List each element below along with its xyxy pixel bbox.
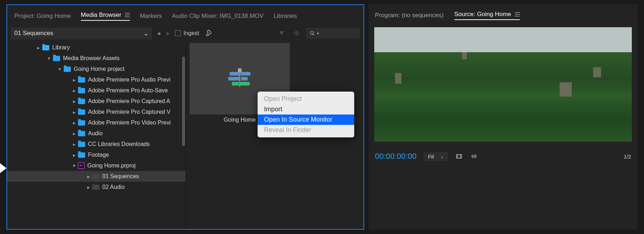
- media-browser-content: Library Media Browser Assets Going Home …: [7, 42, 364, 229]
- svg-rect-3: [457, 155, 462, 159]
- tree-item-video-previews[interactable]: Adobe Premiere Pro Video Previ: [7, 117, 186, 128]
- chevron-down-icon: ⌄: [143, 30, 148, 37]
- expand-arrow-icon[interactable]: [72, 142, 77, 146]
- search-input[interactable]: ▾: [306, 28, 360, 39]
- filter-icon[interactable]: [276, 30, 287, 36]
- playhead-timecode[interactable]: 00:00:00:00: [375, 152, 416, 161]
- tab-source-label: Source: Going Home: [454, 11, 511, 18]
- expand-arrow-icon[interactable]: [72, 164, 77, 168]
- expand-arrow-icon[interactable]: [86, 174, 91, 179]
- tab-media-browser-label: Media Browser: [81, 11, 121, 19]
- tree-item-label: Adobe Premiere Pro Audio Previ: [88, 77, 170, 83]
- tree-item-label: Media Browser Assets: [63, 55, 119, 62]
- folder-icon: [53, 56, 60, 61]
- tree-item-audio-folder[interactable]: Audio: [7, 128, 186, 139]
- left-tab-strip: Project: Going Home Media Browser Marker…: [7, 5, 364, 24]
- nav-back-icon[interactable]: ◂: [156, 29, 162, 37]
- ctx-import[interactable]: Import: [258, 104, 354, 114]
- folder-icon: [78, 131, 85, 136]
- tree-item-label: Going Home.prproj: [87, 162, 136, 169]
- folder-icon: [78, 99, 85, 104]
- tree-item-01-sequences[interactable]: 01 Sequences: [7, 171, 186, 182]
- folder-icon: [78, 152, 85, 158]
- folder-icon: [78, 88, 85, 93]
- sequence-icon: [228, 70, 251, 88]
- tab-markers[interactable]: Markers: [140, 13, 162, 20]
- zoom-fit-value: Fit: [428, 153, 434, 160]
- preview-content: [593, 67, 601, 77]
- folder-icon: [78, 142, 85, 147]
- tree-item-captured-audio[interactable]: Adobe Premiere Pro Captured A: [7, 96, 186, 107]
- expand-arrow-icon[interactable]: [47, 56, 52, 60]
- tab-audio-clip-mixer[interactable]: Audio Clip Mixer: IMG_0138.MOV: [172, 13, 264, 20]
- tree-item-label: Adobe Premiere Pro Video Previ: [88, 120, 171, 126]
- tab-program-monitor[interactable]: Program: (no sequences): [375, 12, 444, 19]
- expand-arrow-icon[interactable]: [57, 67, 62, 71]
- panel-menu-icon[interactable]: [515, 12, 520, 16]
- tab-project[interactable]: Project: Going Home: [14, 13, 71, 20]
- tree-item-label: 01 Sequences: [102, 173, 139, 180]
- svg-line-2: [313, 34, 314, 35]
- path-dropdown[interactable]: 01 Sequences ⌄: [11, 28, 152, 39]
- tree-item-label: Adobe Premiere Pro Auto-Save: [88, 87, 168, 94]
- tree-item-label: Audio: [88, 130, 103, 137]
- clip-view-icon[interactable]: [455, 153, 463, 160]
- nav-forward-icon[interactable]: ▸: [165, 29, 171, 37]
- ctx-open-in-source-monitor[interactable]: Open In Source Monitor: [258, 114, 354, 125]
- page-indicator[interactable]: 1/2: [624, 153, 631, 160]
- ingest-label: Ingest: [184, 30, 199, 36]
- context-menu: Open Project Import Open In Source Monit…: [258, 92, 354, 137]
- tree-item-cc-libraries[interactable]: CC Libraries Downloads: [7, 139, 186, 150]
- tree-item-label: Adobe Premiere Pro Captured V: [88, 109, 170, 115]
- tab-libraries[interactable]: Libraries: [274, 13, 297, 20]
- preview-content: [560, 82, 572, 97]
- tree-item-label: Going Home project: [74, 66, 125, 72]
- monitor-panel-group: Program: (no sequences) Source: Going Ho…: [369, 4, 638, 230]
- expand-arrow-icon[interactable]: [72, 110, 77, 114]
- panel-indicator-triangle: [0, 163, 6, 173]
- folder-icon: [64, 67, 71, 72]
- expand-arrow-icon[interactable]: [36, 45, 41, 50]
- folder-tree-pane: Library Media Browser Assets Going Home …: [7, 42, 186, 229]
- tree-item-auto-save[interactable]: Adobe Premiere Pro Auto-Save: [7, 85, 186, 96]
- tree-item-label: 02 Audio: [102, 184, 125, 190]
- zoom-fit-dropdown[interactable]: Fit ⌄: [424, 152, 448, 161]
- folder-icon: [78, 120, 85, 126]
- tree-item-media-browser-assets[interactable]: Media Browser Assets: [7, 53, 186, 64]
- bin-icon: [92, 185, 99, 190]
- tree-item-captured-video[interactable]: Adobe Premiere Pro Captured V: [7, 107, 186, 117]
- expand-arrow-icon[interactable]: [72, 78, 77, 82]
- tree-item-library[interactable]: Library: [7, 42, 186, 53]
- tree-item-audio-previews[interactable]: Adobe Premiere Pro Audio Previ: [7, 74, 186, 85]
- tree-scrollbar[interactable]: [182, 57, 185, 146]
- expand-arrow-icon[interactable]: [72, 121, 77, 125]
- tree-item-02-audio[interactable]: 02 Audio: [7, 182, 186, 192]
- ingest-toggle[interactable]: Ingest: [175, 30, 199, 36]
- expand-arrow-icon[interactable]: [86, 185, 91, 189]
- tree-item-label: Adobe Premiere Pro Captured A: [88, 98, 170, 104]
- tree-item-footage[interactable]: Footage: [7, 150, 186, 160]
- svg-point-0: [296, 33, 298, 34]
- media-browser-toolbar: 01 Sequences ⌄ ◂ ▸ Ingest ▾: [7, 24, 364, 42]
- expand-arrow-icon[interactable]: [72, 131, 77, 136]
- source-monitor-preview[interactable]: [374, 27, 632, 142]
- expand-arrow-icon[interactable]: [72, 153, 77, 157]
- settings-wrench-icon[interactable]: [206, 30, 213, 37]
- folder-icon: [78, 109, 85, 115]
- panel-menu-icon[interactable]: [125, 13, 130, 17]
- preview-content: [462, 52, 467, 59]
- tree-item-label: CC Libraries Downloads: [88, 141, 150, 147]
- preview-content: [395, 73, 401, 84]
- tab-source-monitor[interactable]: Source: Going Home: [454, 11, 520, 20]
- tree-item-going-home-project[interactable]: Going Home project: [7, 64, 186, 74]
- ingest-checkbox[interactable]: [175, 30, 181, 36]
- bin-icon: [92, 174, 99, 179]
- expand-arrow-icon[interactable]: [72, 99, 77, 103]
- visibility-icon[interactable]: [291, 30, 303, 36]
- thumbnail-pane: Going Home Open Project Import Open In S…: [186, 42, 364, 229]
- audio-waveform-icon[interactable]: [470, 153, 478, 160]
- tree-item-prproj[interactable]: Pr Going Home.prproj: [7, 160, 186, 171]
- path-dropdown-value: 01 Sequences: [14, 30, 53, 37]
- expand-arrow-icon[interactable]: [72, 88, 77, 93]
- tab-media-browser[interactable]: Media Browser: [81, 11, 130, 21]
